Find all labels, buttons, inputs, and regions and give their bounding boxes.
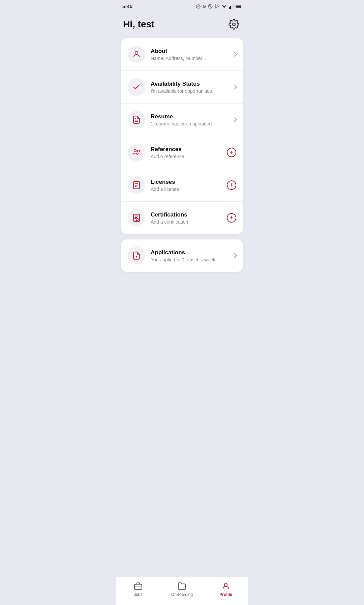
- svg-point-0: [198, 6, 199, 7]
- settings-status-icon: [196, 4, 201, 9]
- licenses-text: Licenses Add a license: [151, 179, 227, 192]
- google-status-icon: G: [203, 4, 206, 9]
- certificate-icon: [132, 213, 141, 222]
- licenses-title: Licenses: [151, 179, 227, 185]
- applications-subtitle: You applied to 0 jobs this week: [151, 257, 233, 262]
- svg-point-12: [135, 51, 138, 54]
- certifications-icon-wrap: [128, 209, 145, 227]
- certifications-add-button[interactable]: +: [227, 213, 236, 223]
- references-title: References: [151, 146, 227, 153]
- svg-marker-3: [216, 4, 218, 8]
- person-icon: [132, 50, 141, 59]
- status-time: 5:45: [122, 3, 132, 9]
- page-title: Hi, test: [123, 19, 154, 30]
- svg-marker-4: [223, 6, 225, 8]
- svg-rect-7: [232, 5, 233, 8]
- references-add-button[interactable]: +: [227, 148, 236, 157]
- certifications-plus-icon: +: [227, 213, 236, 223]
- svg-rect-6: [230, 6, 231, 8]
- certifications-title: Certifications: [151, 211, 227, 218]
- applications-menu-item[interactable]: Applications You applied to 0 jobs this …: [121, 239, 243, 272]
- svg-line-2: [209, 5, 212, 7]
- status-bar: 5:45 G: [116, 0, 248, 11]
- people-icon: [132, 148, 141, 157]
- signal-status-icon: [229, 4, 234, 9]
- resume-icon-wrap: [128, 111, 145, 128]
- references-menu-item[interactable]: References Add a reference +: [121, 136, 243, 169]
- svg-point-11: [233, 23, 235, 26]
- about-menu-item[interactable]: About Name, Address, Number...: [121, 38, 243, 71]
- svg-rect-8: [233, 4, 234, 9]
- play-status-icon: [215, 4, 219, 9]
- availability-title: Availability Status: [151, 81, 233, 87]
- about-text: About Name, Address, Number...: [151, 48, 233, 61]
- references-plus-icon: +: [227, 148, 236, 157]
- certifications-subtitle: Add a certification: [151, 219, 227, 225]
- wifi-status-icon: [221, 4, 227, 9]
- about-title: About: [151, 48, 233, 55]
- references-text: References Add a reference: [151, 146, 227, 159]
- availability-chevron: [233, 85, 236, 89]
- applications-title: Applications: [151, 249, 233, 256]
- availability-menu-item[interactable]: Availability Status I'm available for op…: [121, 71, 243, 104]
- licenses-add-button[interactable]: +: [227, 180, 236, 190]
- licenses-menu-item[interactable]: Licenses Add a license +: [121, 169, 243, 202]
- availability-icon-wrap: [128, 78, 145, 96]
- check-icon: [132, 83, 141, 91]
- licenses-plus-icon: +: [227, 180, 236, 190]
- battery-status-icon: [236, 4, 242, 8]
- svg-rect-5: [229, 7, 230, 9]
- settings-button[interactable]: [227, 17, 241, 31]
- availability-subtitle: I'm available for opportunities: [151, 88, 233, 94]
- stop-status-icon: [208, 4, 213, 9]
- availability-text: Availability Status I'm available for op…: [151, 81, 233, 94]
- svg-rect-10: [236, 5, 240, 7]
- profile-menu-card: About Name, Address, Number... Availabil…: [121, 38, 243, 234]
- applications-chevron: [233, 254, 236, 257]
- about-icon-wrap: [128, 46, 145, 63]
- applications-card: Applications You applied to 0 jobs this …: [121, 239, 243, 272]
- about-subtitle: Name, Address, Number...: [151, 56, 233, 61]
- header: Hi, test: [116, 11, 248, 38]
- license-icon: [132, 181, 141, 190]
- applications-icon-wrap: [128, 247, 145, 264]
- applications-icon: [132, 251, 141, 260]
- resume-text: Resume 1 resume has been uploaded: [151, 113, 233, 126]
- licenses-icon-wrap: [128, 176, 145, 194]
- svg-point-17: [138, 150, 140, 152]
- status-icons: G: [196, 4, 242, 9]
- applications-text: Applications You applied to 0 jobs this …: [151, 249, 233, 262]
- resume-title: Resume: [151, 113, 233, 120]
- resume-chevron: [233, 118, 236, 121]
- licenses-subtitle: Add a license: [151, 186, 227, 192]
- resume-menu-item[interactable]: Resume 1 resume has been uploaded: [121, 104, 243, 136]
- resume-subtitle: 1 resume has been uploaded: [151, 121, 233, 126]
- gear-icon: [229, 19, 239, 30]
- references-icon-wrap: [128, 144, 145, 161]
- document-icon: [132, 115, 141, 124]
- references-subtitle: Add a reference: [151, 154, 227, 159]
- svg-point-16: [134, 150, 136, 152]
- certifications-menu-item[interactable]: Certifications Add a certification +: [121, 202, 243, 234]
- certifications-text: Certifications Add a certification: [151, 211, 227, 225]
- about-chevron: [233, 53, 236, 56]
